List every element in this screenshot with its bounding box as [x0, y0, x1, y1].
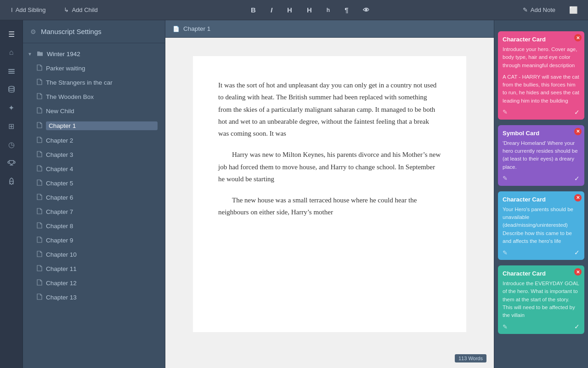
tree-arrow: ▼ [28, 52, 32, 57]
child-icon: ↳ [64, 6, 69, 13]
note-check-button[interactable]: ✓ [574, 175, 580, 182]
sidebar-header: ⚙ Manuscript Settings [23, 20, 165, 43]
file-icon [37, 151, 42, 159]
sidebar-item-chapter6[interactable]: Chapter 6 [23, 190, 165, 205]
file-icon [37, 137, 42, 144]
file-icon [37, 64, 42, 72]
sidebar-header-title: Manuscript Settings [41, 28, 102, 35]
format-h1-button[interactable]: H [284, 4, 295, 16]
sidebar-item-strangers[interactable]: The Strangers in the car [23, 75, 165, 90]
note-check-button[interactable]: ✓ [574, 323, 580, 330]
add-note-button[interactable]: ✎ Add Note [519, 5, 559, 15]
sidebar-item-chapter8[interactable]: Chapter 8 [23, 219, 165, 233]
sidebar-item-chapter11[interactable]: Chapter 11 [23, 262, 165, 276]
format-preview-button[interactable]: 👁 [360, 5, 372, 16]
file-icon [37, 194, 42, 201]
sidebar-item-chapter9[interactable]: Chapter 9 [23, 233, 165, 247]
nav-layers-button[interactable] [3, 63, 20, 79]
format-italic-button[interactable]: I [268, 4, 275, 16]
note-card-footer: ✎ ✓ [503, 175, 580, 182]
nav-menu-button[interactable]: ☰ [3, 26, 20, 42]
tree-item-label: Chapter 13 [46, 294, 158, 301]
file-icon [37, 208, 42, 216]
file-icon [37, 79, 42, 86]
note-card-card1: ✕ Character Card Introduce your hero. Co… [498, 31, 584, 120]
format-paragraph-button[interactable]: ¶ [342, 4, 351, 16]
sidebar-item-chapter10[interactable]: Chapter 10 [23, 247, 165, 262]
sidebar-item-newchild[interactable]: New Child [23, 104, 165, 118]
sidebar-item-winter1942[interactable]: ▼ Winter 1942 [23, 47, 165, 61]
nav-grid-button[interactable]: ⊞ [3, 118, 20, 134]
note-edit-button[interactable]: ✎ [503, 249, 508, 256]
format-h2-button[interactable]: H [304, 4, 315, 16]
sidebar-item-chapter13[interactable]: Chapter 13 [23, 290, 165, 305]
fullscreen-button[interactable]: ⬜ [566, 4, 581, 16]
note-close-button[interactable]: ✕ [574, 268, 582, 276]
sidebar-item-woodenbox[interactable]: The Wooden Box [23, 90, 165, 104]
paragraph-p3[interactable]: The new house was a small terraced house… [218, 194, 441, 218]
add-child-button[interactable]: ↳ Add Child [60, 5, 101, 15]
nav-home-button[interactable]: ⌂ [3, 44, 20, 61]
note-check-button[interactable]: ✓ [574, 109, 580, 116]
notes-panel: ✕ Character Card Introduce your hero. Co… [494, 20, 588, 368]
sidebar-item-chapter3[interactable]: Chapter 3 [23, 148, 165, 162]
svg-rect-1 [8, 71, 15, 72]
note-edit-button[interactable]: ✎ [503, 323, 508, 330]
nav-clock-button[interactable]: ◷ [3, 136, 20, 153]
file-icon [37, 293, 42, 301]
file-icon [37, 165, 42, 173]
nav-rocket-button[interactable] [3, 173, 20, 190]
note-card-title: Character Card [503, 36, 580, 43]
tree-item-label: Parker waiting [46, 65, 158, 72]
tree-item-label: Chapter 2 [46, 137, 158, 144]
svg-rect-0 [8, 69, 15, 70]
file-icon [37, 93, 42, 101]
tree-item-label: Winter 1942 [47, 51, 158, 58]
sidebar-item-chapter12[interactable]: Chapter 12 [23, 276, 165, 290]
content-body[interactable]: It was the sort of hot and unpleasant da… [165, 38, 494, 368]
sidebar-item-chapter7[interactable]: Chapter 7 [23, 205, 165, 219]
tree-item-label: Chapter 8 [46, 223, 158, 230]
paragraph-p1[interactable]: It was the sort of hot and unpleasant da… [218, 79, 441, 139]
file-icon [37, 236, 42, 244]
note-card-title: Character Card [503, 196, 580, 203]
note-card-body: Introduce the EVERYDAY GOAL of the hero.… [503, 280, 580, 319]
format-h3-button[interactable]: h [324, 5, 333, 15]
note-close-button[interactable]: ✕ [574, 128, 582, 135]
format-bold-button[interactable]: B [248, 4, 259, 16]
sidebar-tree: ▼ Winter 1942 Parker waiting The Strange… [23, 43, 165, 368]
nav-trophy-button[interactable] [3, 155, 20, 171]
document-page: It was the sort of hot and unpleasant da… [193, 56, 466, 332]
paragraph-p2[interactable]: Harry was new to Milton Keynes, his pare… [218, 149, 441, 185]
sidebar-item-parker[interactable]: Parker waiting [23, 61, 165, 75]
note-edit-icon: ✎ [523, 6, 528, 13]
note-card-card2: ✕ Symbol Card 'Dreary Homeland' Where yo… [498, 125, 584, 186]
note-card-body: Your Hero's parents should be unavailabl… [503, 206, 580, 245]
note-close-button[interactable]: ✕ [574, 194, 582, 201]
add-sibling-button[interactable]: I Add Sibling [7, 5, 49, 15]
tree-item-label: The Wooden Box [46, 93, 158, 100]
tree-item-label: Chapter 10 [46, 251, 158, 258]
note-edit-button[interactable]: ✎ [503, 109, 508, 115]
nav-database-button[interactable] [3, 81, 20, 98]
sidebar-item-chapter1[interactable]: Chapter 1 [23, 118, 165, 133]
sidebar-item-chapter2[interactable]: Chapter 2 [23, 133, 165, 148]
note-card-footer: ✎ ✓ [503, 109, 580, 116]
note-card-footer: ✎ ✓ [503, 249, 580, 256]
note-check-button[interactable]: ✓ [574, 249, 580, 256]
note-edit-button[interactable]: ✎ [503, 175, 508, 182]
tree-item-label: Chapter 6 [46, 194, 158, 201]
sidebar-item-chapter5[interactable]: Chapter 5 [23, 176, 165, 190]
note-card-footer: ✎ ✓ [503, 323, 580, 330]
sidebar-item-chapter4[interactable]: Chapter 4 [23, 162, 165, 176]
toolbar-right: ✎ Add Note ⬜ [519, 4, 581, 16]
content-tab: 📄 Chapter 1 [165, 20, 494, 38]
content-area: 📄 Chapter 1 It was the sort of hot and u… [165, 20, 494, 368]
nav-star-button[interactable]: ✦ [3, 99, 20, 116]
toolbar-left: I Add Sibling ↳ Add Child [7, 5, 102, 15]
file-icon [37, 122, 42, 130]
word-count: 113 Words [455, 354, 486, 362]
toolbar-center: B I H H h ¶ 👁 [102, 4, 519, 16]
note-close-button[interactable]: ✕ [574, 34, 582, 41]
main-area: ☰ ⌂ ✦ ⊞ ◷ ⚙ Manuscript Settings ▼ Winter… [0, 20, 588, 368]
